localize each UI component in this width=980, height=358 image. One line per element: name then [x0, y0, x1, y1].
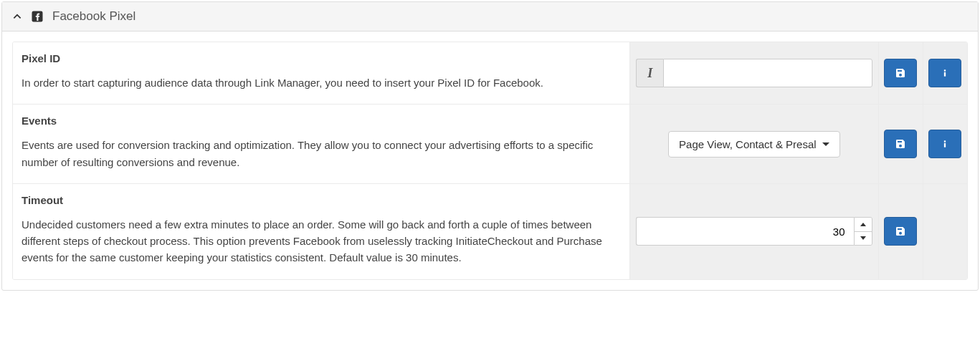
- panel-title: Facebook Pixel: [52, 9, 135, 24]
- info-icon: [940, 139, 950, 149]
- pixel-id-input[interactable]: [663, 59, 872, 87]
- timeout-description: Timeout Undecided customers need a few e…: [13, 184, 629, 279]
- save-button[interactable]: [884, 130, 917, 158]
- pixel-id-label: Pixel ID: [22, 52, 617, 64]
- caret-down-icon: [860, 236, 866, 240]
- svg-rect-2: [944, 69, 946, 71]
- facebook-icon: [31, 10, 44, 23]
- save-icon: [895, 226, 906, 237]
- info-button[interactable]: [928, 130, 961, 158]
- save-icon: [895, 138, 906, 150]
- panel-header: Facebook Pixel: [2, 2, 978, 32]
- caret-down-icon: [822, 142, 829, 146]
- pixel-id-control-cell: I: [629, 42, 877, 105]
- events-control-cell: Page View, Contact & Presal: [629, 105, 877, 184]
- pixel-id-input-group: I: [636, 59, 872, 87]
- events-dropdown-label: Page View, Contact & Presal: [679, 138, 817, 150]
- pixel-id-description: Pixel ID In order to start capturing aud…: [13, 42, 629, 105]
- events-save-cell: [878, 105, 923, 184]
- timeout-input[interactable]: [636, 217, 853, 246]
- settings-table: Pixel ID In order to start capturing aud…: [12, 42, 968, 280]
- svg-rect-1: [944, 72, 946, 77]
- timeout-step-up[interactable]: [855, 218, 872, 232]
- events-help: Events are used for conversion tracking …: [22, 137, 617, 170]
- timeout-step-down[interactable]: [855, 232, 872, 246]
- panel-body: Pixel ID In order to start capturing aud…: [2, 32, 978, 290]
- timeout-info-cell: [923, 184, 967, 279]
- timeout-save-cell: [878, 184, 923, 279]
- row-events: Events Events are used for conversion tr…: [13, 105, 967, 184]
- row-timeout: Timeout Undecided customers need a few e…: [13, 184, 967, 279]
- timeout-spinner: [636, 217, 872, 246]
- row-pixel-id: Pixel ID In order to start capturing aud…: [13, 42, 967, 105]
- svg-rect-3: [944, 143, 946, 147]
- events-dropdown[interactable]: Page View, Contact & Presal: [668, 131, 840, 158]
- timeout-control-cell: [629, 184, 877, 279]
- timeout-help: Undecided customers need a few extra min…: [22, 216, 617, 266]
- events-label: Events: [22, 115, 617, 127]
- svg-rect-4: [944, 140, 946, 142]
- pixel-id-info-cell: [923, 42, 967, 105]
- chevron-up-icon[interactable]: [12, 11, 22, 21]
- save-button[interactable]: [884, 59, 917, 87]
- timeout-label: Timeout: [22, 194, 617, 206]
- events-info-cell: [923, 105, 967, 184]
- info-button[interactable]: [928, 59, 961, 87]
- pixel-id-save-cell: [878, 42, 923, 105]
- save-icon: [895, 67, 906, 79]
- pixel-id-help: In order to start capturing audience dat…: [22, 74, 617, 91]
- italic-icon: I: [636, 59, 663, 87]
- info-icon: [940, 68, 950, 78]
- events-description: Events Events are used for conversion tr…: [13, 105, 629, 184]
- save-button[interactable]: [884, 217, 917, 246]
- caret-up-icon: [860, 223, 866, 226]
- timeout-stepper: [854, 217, 872, 246]
- facebook-pixel-panel: Facebook Pixel Pixel ID In order to star…: [1, 1, 979, 291]
